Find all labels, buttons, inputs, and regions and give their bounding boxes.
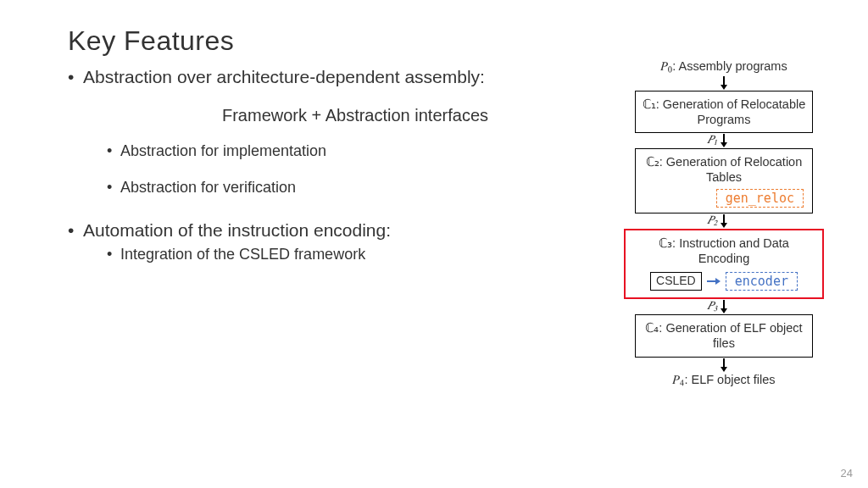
slide-title: Key Features: [68, 25, 868, 57]
text-column: Abstraction over architecture-dependent …: [68, 67, 593, 272]
label-p2: 𝑃₂: [707, 213, 717, 227]
subheading-framework: Framework + Abstraction interfaces: [117, 106, 593, 125]
gen-reloc-box: gen_reloc: [716, 189, 804, 208]
node-p0: 𝑃₀: Assembly programs: [660, 59, 787, 74]
box-c4: ℂ₄: Generation of ELF object files: [635, 314, 813, 357]
bullet-verif: Abstraction for verification: [107, 179, 593, 197]
page-number: 24: [841, 467, 853, 480]
encoder-box: encoder: [726, 272, 798, 291]
bullet-automation: Automation of the instruction encoding: …: [68, 220, 593, 263]
bullet-abstraction: Abstraction over architecture-dependent …: [68, 67, 593, 197]
arrow-p1: 𝑃₁: [614, 133, 834, 148]
label-p3: 𝑃₃: [707, 298, 717, 313]
node-p4: 𝑃₄: ELF object files: [672, 373, 775, 387]
arrow-p3: 𝑃₃: [614, 299, 834, 314]
box-c3-text: ℂ₃: Instruction and Data Encoding: [659, 236, 789, 265]
slide: Key Features Abstraction over architectu…: [0, 0, 868, 488]
box-c2-text: ℂ₂: Generation of Relocation Tables: [646, 155, 802, 184]
diagram-column: 𝑃₀: Assembly programs ℂ₁: Generation of …: [614, 59, 834, 389]
bullet-text: Automation of the instruction encoding:: [83, 220, 391, 240]
bullet-impl: Abstraction for implementation: [107, 142, 593, 160]
pipeline-diagram: 𝑃₀: Assembly programs ℂ₁: Generation of …: [614, 59, 834, 389]
label-p1: 𝑃₁: [707, 132, 717, 147]
box-c1: ℂ₁: Generation of Relocatable Programs: [635, 91, 813, 133]
arrow: [614, 358, 834, 373]
bullet-csled: Integration of the CSLED framework: [107, 246, 593, 263]
bullet-text: Abstraction over architecture-dependent …: [83, 67, 485, 86]
arrow-right-icon: [707, 278, 721, 285]
csled-box: CSLED: [650, 272, 702, 291]
arrow-p2: 𝑃₂: [614, 214, 834, 229]
arrow: [614, 75, 834, 91]
slide-content: Abstraction over architecture-dependent …: [68, 67, 868, 272]
box-c3-highlighted: ℂ₃: Instruction and Data Encoding CSLED …: [624, 229, 824, 299]
box-c2: ℂ₂: Generation of Relocation Tables gen_…: [635, 148, 813, 214]
